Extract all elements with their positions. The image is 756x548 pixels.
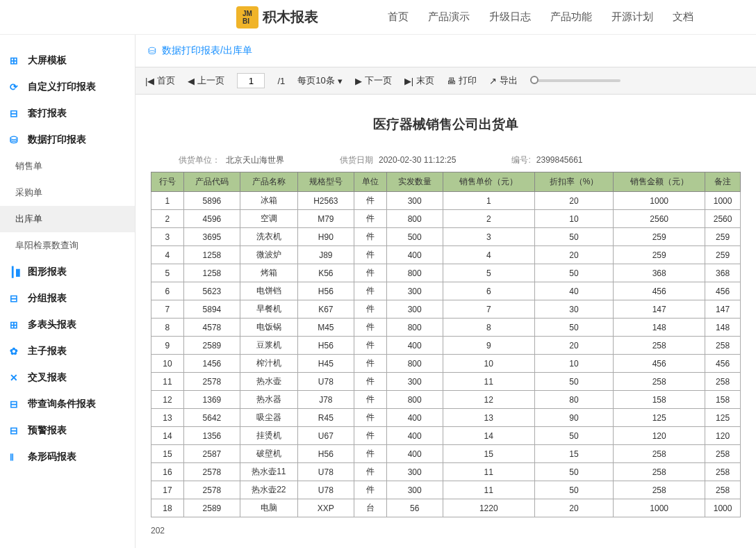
breadcrumb-text: 数据打印报表/出库单 — [162, 45, 252, 57]
sidebar-icon: ⦀ — [10, 451, 22, 463]
nav-升级日志[interactable]: 升级日志 — [489, 10, 531, 24]
page-input[interactable] — [237, 73, 265, 88]
cell: 15 — [443, 445, 534, 463]
slider-thumb[interactable] — [530, 76, 539, 84]
sidebar-item[interactable]: ⊟分组报表 — [0, 285, 135, 312]
cell: 15 — [151, 445, 184, 463]
cell: 电脑 — [240, 499, 297, 517]
sidebar-sub-item[interactable]: 销售单 — [0, 153, 135, 179]
print-icon: 🖶 — [447, 76, 456, 86]
cell: K67 — [297, 300, 354, 319]
col-header: 折扣率（%） — [534, 172, 613, 192]
sidebar-item[interactable]: ✿主子报表 — [0, 338, 135, 364]
sidebar-label: 主子报表 — [28, 345, 67, 357]
cell: 10 — [443, 355, 534, 373]
table-row: 24596空调M79件80021025602560 — [151, 210, 741, 228]
next-page-button[interactable]: ▶下一页 — [355, 74, 392, 87]
sidebar-item[interactable]: ⟳自定义打印报表 — [0, 74, 135, 100]
nav-开源计划[interactable]: 开源计划 — [611, 10, 653, 24]
brand-text: 积木报表 — [263, 8, 318, 26]
per-page-select[interactable]: 每页10条▾ — [297, 74, 342, 87]
cell: H56 — [297, 445, 354, 463]
sidebar-item[interactable]: ⛁数据打印报表 — [0, 127, 135, 153]
cell: 件 — [354, 210, 386, 228]
sidebar-item[interactable]: ⊟带查询条件报表 — [0, 391, 135, 417]
col-header: 行号 — [151, 172, 184, 192]
sidebar-item[interactable]: ⊞大屏模板 — [0, 47, 135, 74]
sidebar-item[interactable]: ⊟预警报表 — [0, 417, 135, 444]
nav-文档[interactable]: 文档 — [673, 10, 693, 24]
cell: 800 — [386, 319, 443, 337]
cell: 300 — [386, 300, 443, 319]
last-page-button[interactable]: ▶|末页 — [404, 74, 434, 87]
cell: 5894 — [183, 300, 240, 319]
sidebar-item[interactable]: ⊟套打报表 — [0, 100, 135, 127]
cell: 1000 — [705, 192, 741, 210]
cell: 800 — [386, 355, 443, 373]
cell: 4596 — [183, 210, 240, 228]
cell: 热水壶11 — [240, 463, 297, 481]
logo-icon: JMBI — [236, 6, 258, 29]
col-header: 产品代码 — [183, 172, 240, 192]
col-header: 备注 — [705, 172, 741, 192]
sidebar-label: 预警报表 — [28, 424, 67, 437]
cell: 258 — [614, 481, 705, 499]
cell: 3695 — [183, 228, 240, 246]
cell: 2578 — [183, 373, 240, 391]
sidebar-item[interactable]: ✕交叉报表 — [0, 364, 135, 391]
cell: 1220 — [443, 499, 534, 517]
sidebar-item[interactable]: ┃▮图形报表 — [0, 259, 135, 285]
table-row: 92589豆浆机H56件400920258258 — [151, 337, 741, 355]
cell: 件 — [354, 445, 386, 463]
cell: 800 — [386, 264, 443, 282]
cell: H56 — [297, 337, 354, 355]
cell: K56 — [297, 264, 354, 282]
nav-产品功能[interactable]: 产品功能 — [550, 10, 592, 24]
nav-产品演示[interactable]: 产品演示 — [428, 10, 470, 24]
sidebar-icon: ⛁ — [10, 134, 22, 145]
cell: 6 — [151, 282, 184, 300]
supplier-value: 北京天山海世界 — [226, 155, 284, 165]
sidebar-item[interactable]: ⦀条形码报表 — [0, 444, 135, 470]
cell: 件 — [354, 282, 386, 300]
sidebar-label: 数据打印报表 — [28, 134, 86, 146]
topbar: JMBI 积木报表 首页产品演示升级日志产品功能开源计划文档 — [0, 0, 756, 35]
logo[interactable]: JMBI 积木报表 — [236, 6, 318, 29]
sidebar-sub-item[interactable]: 出库单 — [0, 206, 135, 232]
cell: 5896 — [183, 192, 240, 210]
cell: 台 — [354, 499, 386, 517]
cell: 125 — [614, 409, 705, 427]
print-button[interactable]: 🖶打印 — [447, 74, 477, 87]
prev-page-button[interactable]: ◀上一页 — [188, 74, 224, 87]
sidebar-sub-item[interactable]: 采购单 — [0, 179, 135, 206]
cell: 300 — [386, 192, 443, 210]
first-icon: |◀ — [145, 76, 154, 86]
cell: 件 — [354, 463, 386, 481]
cell: 800 — [386, 210, 443, 228]
cell: U78 — [297, 481, 354, 499]
cell: 2587 — [183, 445, 240, 463]
next-icon: ▶ — [355, 76, 362, 86]
cell: 300 — [386, 282, 443, 300]
cell: 热水壶 — [240, 373, 297, 391]
cell: 1258 — [183, 246, 240, 264]
sidebar-sub-item[interactable]: 阜阳检票数查询 — [0, 232, 135, 259]
cell: 烤箱 — [240, 264, 297, 282]
cell: 258 — [614, 337, 705, 355]
first-page-button[interactable]: |◀首页 — [145, 74, 175, 87]
col-header: 单位 — [354, 172, 386, 192]
nav-首页[interactable]: 首页 — [388, 10, 409, 24]
cell: 258 — [614, 463, 705, 481]
cell: XXP — [297, 499, 354, 517]
cell: 3 — [443, 228, 534, 246]
sidebar-item[interactable]: ⊞多表头报表 — [0, 312, 135, 338]
cell: 8 — [443, 319, 534, 337]
cell: H45 — [297, 355, 354, 373]
zoom-slider[interactable] — [530, 79, 621, 82]
no-value: 2399845661 — [536, 155, 583, 165]
cell: 件 — [354, 427, 386, 445]
cell: 4 — [443, 246, 534, 264]
export-button[interactable]: ↗导出 — [489, 74, 518, 87]
cell: 368 — [614, 264, 705, 282]
cell: H2563 — [297, 192, 354, 210]
